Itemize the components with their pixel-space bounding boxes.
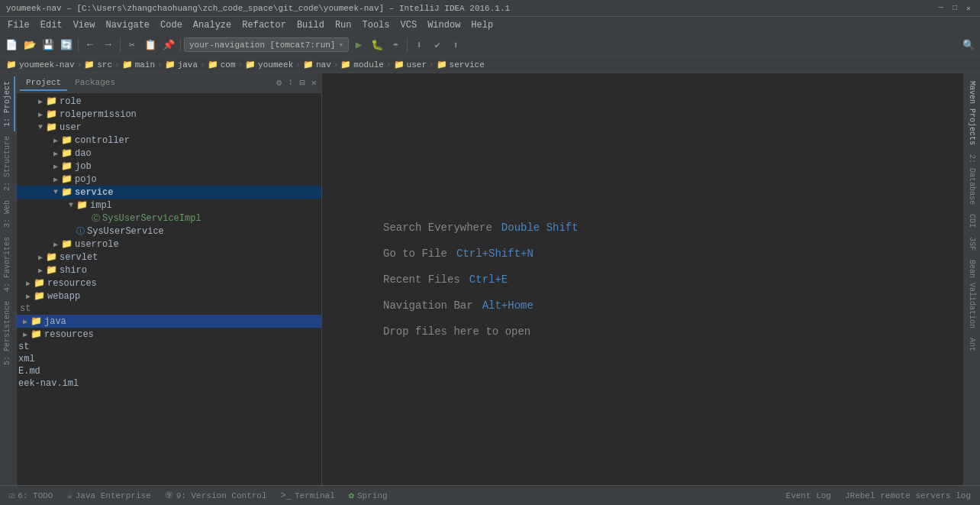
debug-button[interactable]: 🐛 xyxy=(369,37,385,53)
menu-item-navigate[interactable]: Navigate xyxy=(101,18,154,32)
tree-item-dao[interactable]: ▶ 📁 dao xyxy=(17,147,321,160)
tree-item-shiro[interactable]: ▶ 📁 shiro xyxy=(17,264,321,277)
tree-item-service[interactable]: ▼ 📁 service xyxy=(17,186,321,199)
tree-item-controller[interactable]: ▶ 📁 controller xyxy=(17,134,321,147)
tree-item-emd[interactable]: E.md xyxy=(17,365,321,377)
menu-item-analyze[interactable]: Analyze xyxy=(189,18,236,32)
sidebar-item-ant[interactable]: Ant xyxy=(965,333,978,356)
bc-java[interactable]: 📁 java xyxy=(165,60,198,70)
menu-item-code[interactable]: Code xyxy=(156,18,187,32)
tree-item-job[interactable]: ▶ 📁 job xyxy=(17,160,321,173)
hint-label-search: Search Everywhere xyxy=(383,222,492,234)
jrebel-btn[interactable]: JRebel remote servers log xyxy=(839,490,977,502)
bc-main[interactable]: 📁 main xyxy=(122,60,155,70)
tree-item-st2[interactable]: st xyxy=(17,341,321,353)
tree-item-resources-2[interactable]: ▶ 📁 resources xyxy=(17,328,321,341)
sidebar-item-maven[interactable]: Maven Projects xyxy=(965,76,978,150)
title-text: youmeek-nav – [C:\Users\zhangchaohuang\z… xyxy=(6,4,510,13)
tab-todo[interactable]: ☑ 6: TODO xyxy=(3,488,59,503)
sidebar-item-structure[interactable]: 2: Structure xyxy=(1,131,15,196)
menu-item-refactor[interactable]: Refactor xyxy=(237,18,291,32)
toolbar-copy[interactable]: 📋 xyxy=(142,37,159,53)
event-log-btn[interactable]: Event Log xyxy=(780,490,837,502)
menu-item-window[interactable]: Window xyxy=(423,18,465,32)
sidebar-item-project[interactable]: 1: Project xyxy=(1,76,15,131)
run-button[interactable]: ▶ xyxy=(350,37,367,53)
tree-item-userrole[interactable]: ▶ 📁 userrole xyxy=(17,238,321,251)
tree-item-rolepermission[interactable]: ▶ 📁 rolepermission xyxy=(17,108,321,121)
bc-com[interactable]: 📁 com xyxy=(208,60,236,70)
sidebar-item-cdi[interactable]: CDI xyxy=(965,209,978,232)
hint-label-goto: Go to File xyxy=(383,248,447,260)
tree-item-webapp[interactable]: ▶ 📁 webapp xyxy=(17,290,321,303)
tab-version-control[interactable]: ⑨ 9: Version Control xyxy=(159,488,273,503)
menu-item-view[interactable]: View xyxy=(69,18,100,32)
folder-icon-service: 📁 xyxy=(437,60,447,70)
tree-item-impl[interactable]: ▼ 📁 impl xyxy=(17,199,321,212)
menu-item-help[interactable]: Help xyxy=(466,18,498,32)
arrow-servlet: ▶ xyxy=(35,253,46,262)
menu-item-tools[interactable]: Tools xyxy=(358,18,395,32)
bc-src[interactable]: 📁 src xyxy=(84,60,112,70)
tree-item-iml[interactable]: eek-nav.iml xyxy=(17,377,321,390)
tree-item-sysuser-service[interactable]: Ⓘ SysUserService xyxy=(17,225,321,238)
tab-project[interactable]: Project xyxy=(20,76,67,91)
arrow-impl: ▼ xyxy=(66,201,76,209)
tab-packages[interactable]: Packages xyxy=(69,76,121,91)
tree-item-servlet[interactable]: ▶ 📁 servlet xyxy=(17,251,321,264)
tree-item-st1[interactable]: st xyxy=(17,303,321,315)
toolbar-paste[interactable]: 📌 xyxy=(160,37,177,53)
folder-icon: 📁 xyxy=(46,264,57,276)
minimize-button[interactable]: ─ xyxy=(936,3,946,14)
toolbar-cut[interactable]: ✂ xyxy=(124,37,140,53)
toolbar-save-all[interactable]: 💾 xyxy=(40,37,56,53)
java-interface-icon: Ⓘ xyxy=(76,225,85,237)
bc-service[interactable]: 📁 service xyxy=(437,60,485,70)
tree-item-xml[interactable]: xml xyxy=(17,353,321,365)
tree-item-java[interactable]: ▶ 📁 java xyxy=(17,315,321,328)
bc-nav[interactable]: 📁 nav xyxy=(303,60,331,70)
toolbar-sync[interactable]: 🔄 xyxy=(58,37,75,53)
bc-youmeek-nav[interactable]: 📁 youmeek-nav xyxy=(6,60,75,70)
tree-item-pojo[interactable]: ▶ 📁 pojo xyxy=(17,173,321,186)
run-config-label: your-navigation [tomcat7:run] xyxy=(189,40,335,50)
run-config[interactable]: your-navigation [tomcat7:run] ▾ xyxy=(184,37,349,52)
bc-module[interactable]: 📁 module xyxy=(340,60,384,70)
vcs-commit[interactable]: ✔ xyxy=(429,37,446,53)
menu-item-file[interactable]: File xyxy=(3,18,34,32)
tree-item-role[interactable]: ▶ 📁 role xyxy=(17,95,321,108)
sidebar-item-persistence[interactable]: 5: Persistence xyxy=(1,296,15,370)
sidebar-item-bean-validation[interactable]: Bean Validation xyxy=(965,255,978,333)
bc-youmeek[interactable]: 📁 youmeek xyxy=(245,60,293,70)
close-button[interactable]: ✕ xyxy=(963,3,974,14)
gear-icon[interactable]: ⚙ xyxy=(275,76,283,89)
sort-icon[interactable]: ↕ xyxy=(286,76,295,89)
search-everywhere[interactable]: 🔍 xyxy=(960,37,977,53)
bc-user[interactable]: 📁 user xyxy=(394,60,427,70)
sidebar-item-database[interactable]: 2: Database xyxy=(965,150,978,209)
vcs-update[interactable]: ⬇ xyxy=(411,37,427,53)
maximize-button[interactable]: □ xyxy=(949,3,960,14)
menu-item-build[interactable]: Build xyxy=(292,18,329,32)
tree-item-sysuser-impl[interactable]: Ⓒ SysUserServiceImpl xyxy=(17,212,321,225)
close-icon[interactable]: ✕ xyxy=(310,76,318,89)
hint-key-goto: Ctrl+Shift+N xyxy=(456,248,534,260)
menu-item-run[interactable]: Run xyxy=(330,18,356,32)
toolbar-forward[interactable]: → xyxy=(100,37,117,53)
tab-terminal[interactable]: >_ Terminal xyxy=(275,489,341,503)
coverage-button[interactable]: ☂ xyxy=(387,37,404,53)
toolbar-open[interactable]: 📂 xyxy=(21,37,38,53)
tree-item-user[interactable]: ▼ 📁 user xyxy=(17,121,321,134)
tree-item-resources-1[interactable]: ▶ 📁 resources xyxy=(17,277,321,290)
sidebar-item-web[interactable]: 3: Web xyxy=(1,196,15,232)
tab-java-enterprise[interactable]: ☕ Java Enterprise xyxy=(60,488,156,503)
tab-spring[interactable]: ✿ Spring xyxy=(343,488,394,503)
collapse-icon[interactable]: ⊟ xyxy=(298,76,307,89)
vcs-push[interactable]: ⬆ xyxy=(447,37,464,53)
toolbar-back[interactable]: ← xyxy=(82,37,98,53)
menu-item-vcs[interactable]: VCS xyxy=(396,18,422,32)
toolbar-new[interactable]: 📄 xyxy=(3,37,20,53)
sidebar-item-favorites[interactable]: 4: Favorites xyxy=(1,232,15,296)
sidebar-item-jsf[interactable]: JSF xyxy=(965,232,978,255)
menu-item-edit[interactable]: Edit xyxy=(36,18,67,32)
